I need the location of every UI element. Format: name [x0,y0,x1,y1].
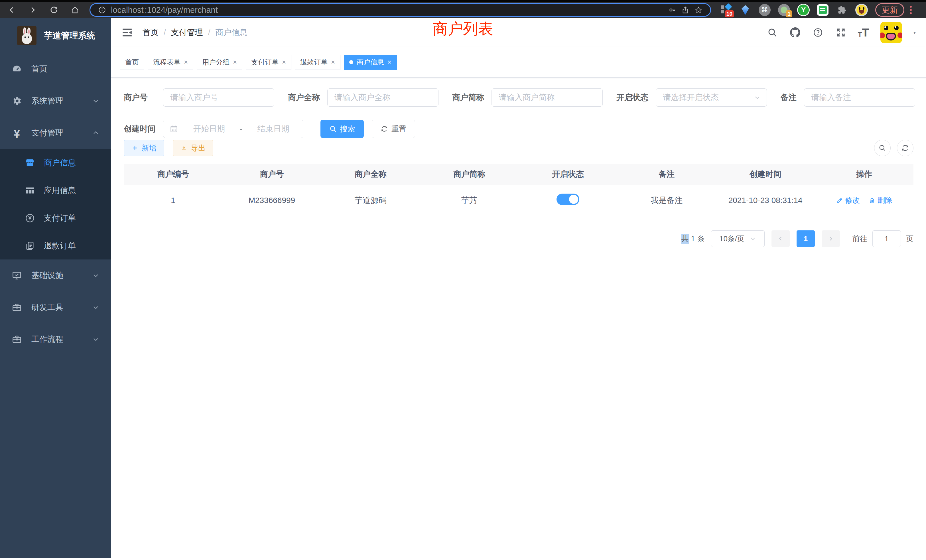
bookmark-star-icon[interactable] [694,6,703,14]
reload-icon[interactable] [49,5,59,15]
refund-doc-icon [24,241,35,251]
tab-refund-order[interactable]: 退款订单 × [295,55,340,70]
sidebar-logo[interactable]: 芋道管理系统 [0,18,111,53]
extensions-puzzle-icon[interactable] [836,4,849,16]
full-name-label: 商户全称 [288,92,320,103]
browser-menu-icon[interactable] [910,6,912,14]
browser-update-button[interactable]: 更新 [875,3,904,17]
breadcrumb-home[interactable]: 首页 [142,27,159,38]
cell-remark: 我是备注 [617,195,716,206]
breadcrumb-payment[interactable]: 支付管理 [171,27,203,38]
delete-link[interactable]: 删除 [869,195,892,205]
extension-app-badge: 1 [786,10,792,17]
table-toolbar: 新增 导出 [111,140,926,156]
export-button[interactable]: 导出 [173,140,213,156]
add-button[interactable]: 新增 [124,140,164,156]
toolbox-icon [11,302,22,313]
tab-pay-order[interactable]: 支付订单 × [246,55,291,70]
goto-page-input[interactable] [872,230,901,247]
home-icon[interactable] [70,5,80,15]
status-toggle[interactable] [557,194,580,205]
close-icon[interactable]: × [184,58,188,66]
tab-home[interactable]: 首页 [120,55,144,70]
url-path: :1024/pay/merchant [145,5,218,15]
filter-form: 商户号 商户全称 商户简称 开启状态 请选择开启状态 [111,77,926,138]
sidebar-item-pay-order[interactable]: 支付订单 [0,204,111,232]
back-icon[interactable] [7,5,17,15]
status-select[interactable]: 请选择开启状态 [656,88,767,107]
sidebar-item-workflow[interactable]: 工作流程 [0,323,111,355]
page-size-select[interactable]: 10条/页 [711,230,765,247]
extension-y-icon[interactable]: Y [797,4,809,16]
create-time-range-picker[interactable]: 开始日期 - 结束日期 [163,120,303,138]
short-name-input[interactable] [492,88,603,107]
site-info-icon[interactable] [98,6,106,14]
edit-link[interactable]: 修改 [836,195,860,205]
close-icon[interactable]: × [282,58,286,66]
prev-page-button[interactable] [772,230,790,247]
extension-tasks-icon[interactable]: 10 [720,4,732,16]
merchant-no-input[interactable] [163,88,274,107]
active-dot [349,60,353,64]
github-icon[interactable] [790,27,801,38]
password-key-icon[interactable] [668,6,676,14]
extension-notes-icon[interactable] [817,4,829,16]
avatar[interactable] [881,22,902,43]
extension-command-icon[interactable]: ⌘ [758,4,771,16]
yuan-circle-icon [24,213,35,224]
start-date-placeholder: 开始日期 [186,123,232,134]
sidebar-item-home[interactable]: 首页 [0,53,111,85]
sidebar-item-app-info[interactable]: 应用信息 [0,177,111,204]
sidebar-collapse-icon[interactable] [121,27,133,38]
font-size-icon[interactable]: TT [858,27,869,38]
sidebar-item-merchant-info[interactable]: 商户信息 [0,149,111,177]
cell-short-name: 芋艿 [420,195,519,206]
table-row: 1 M233666999 芋道源码 芋艿 我是备注 2021-10-23 08:… [124,185,914,216]
cell-create-time: 2021-10-23 08:31:14 [716,196,815,205]
next-page-button[interactable] [822,230,840,247]
tab-merchant-info[interactable]: 商户信息 × [344,55,397,70]
sidebar-item-payment[interactable]: ¥ 支付管理 [0,117,111,149]
share-icon[interactable] [681,6,690,14]
grid-table-icon [24,185,35,196]
calendar-icon [169,125,178,133]
merchant-table: 商户编号 商户号 商户全称 商户简称 开启状态 备注 创建时间 操作 1 M23… [124,163,914,216]
tab-user-group[interactable]: 用户分组 × [197,55,242,70]
page-number-1[interactable]: 1 [797,230,815,247]
cell-merchant-no: M233666999 [222,196,321,205]
tab-process-form[interactable]: 流程表单 × [148,55,193,70]
extension-emoji-icon[interactable] [855,4,868,16]
help-icon[interactable] [812,27,824,38]
user-caret-icon[interactable]: ▾ [914,30,916,35]
dashboard-icon [11,64,22,74]
logo-rabbit-image [17,26,36,45]
extension-gem-icon[interactable] [739,4,752,16]
chevron-down-icon [92,97,100,105]
annotation-merchant-list: 商户列表 [433,19,493,39]
sidebar-item-refund-order[interactable]: 退款订单 [0,232,111,259]
sidebar-item-dev-tools[interactable]: 研发工具 [0,291,111,323]
breadcrumb: 首页 / 支付管理 / 商户信息 [142,27,247,38]
search-button[interactable]: 搜索 [321,120,364,138]
forward-icon[interactable] [28,5,38,15]
sidebar: 芋道管理系统 首页 系统管理 ¥ 支付管理 商户信息 [0,18,111,558]
chevron-down-icon [92,335,100,343]
reset-button[interactable]: 重置 [372,120,415,138]
close-icon[interactable]: × [387,58,392,66]
chevron-down-icon [92,303,100,311]
remark-input[interactable] [804,88,915,107]
full-name-input[interactable] [327,88,439,107]
refresh-button[interactable] [897,140,914,156]
close-icon[interactable]: × [233,58,237,66]
status-label: 开启状态 [616,92,648,103]
search-icon[interactable] [767,27,778,38]
briefcase-icon [11,334,22,345]
extension-status-icon[interactable]: 1 [778,4,790,16]
sidebar-item-system[interactable]: 系统管理 [0,85,111,117]
fullscreen-icon[interactable] [835,27,846,38]
app-title: 芋道管理系统 [44,30,95,42]
close-icon[interactable]: × [331,58,335,66]
toggle-search-button[interactable] [874,140,891,156]
url-bar[interactable]: localhost:1024/pay/merchant [89,3,711,17]
sidebar-item-infra[interactable]: 基础设施 [0,259,111,291]
